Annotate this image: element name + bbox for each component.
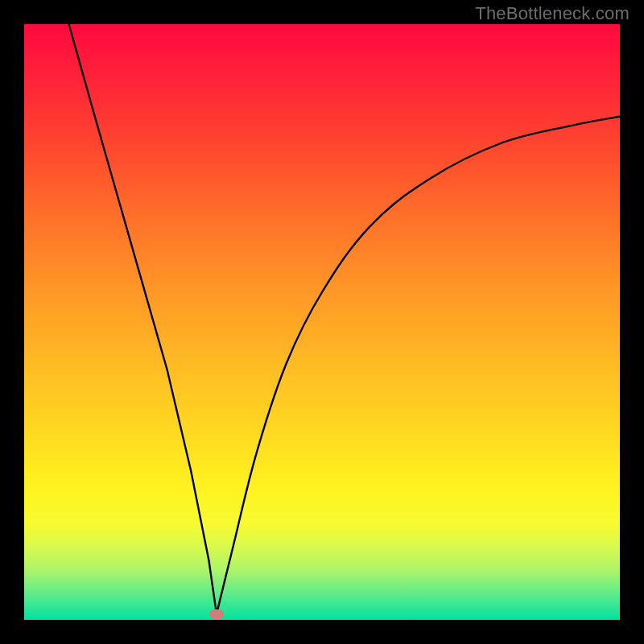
curve-path <box>69 24 621 614</box>
minimum-marker <box>209 609 224 619</box>
bottleneck-curve <box>24 24 620 620</box>
watermark-text: TheBottleneck.com <box>475 3 630 24</box>
plot-area <box>24 24 620 620</box>
chart-frame: TheBottleneck.com <box>0 0 644 644</box>
